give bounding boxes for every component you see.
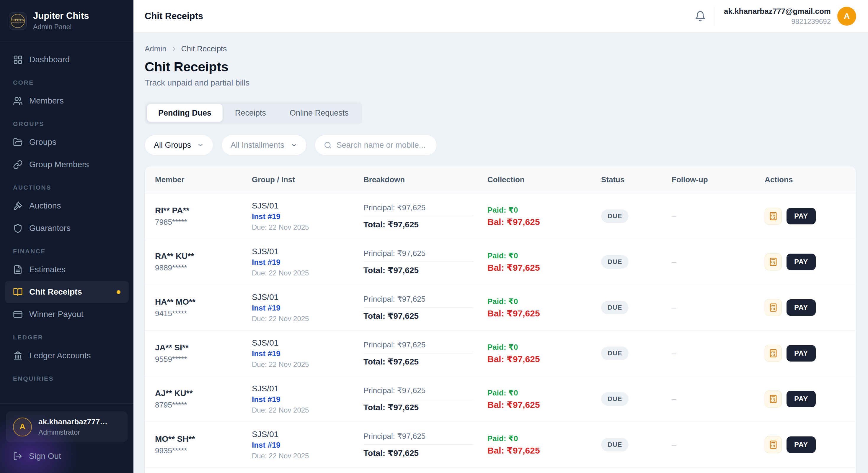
pay-button[interactable]: PAY [786,436,816,453]
balance-amount: Bal: ₹97,625 [488,354,601,364]
account-info: ak.khanarbaz777@gmail.com 9821239692 [724,7,831,26]
tab-pending-dues[interactable]: Pending Dues [147,104,223,122]
installment-link[interactable]: Inst #19 [252,258,364,267]
tab-receipts[interactable]: Receipts [224,104,277,122]
user-card[interactable]: A ak.khanarbaz777@g... Administrator [6,411,128,442]
member-name: RI** PA** [155,206,252,215]
status-cell: DUE [601,438,672,451]
search-input[interactable] [337,141,428,150]
nav-section-label-auctions: AUCTIONS [13,184,120,191]
installment-link[interactable]: Inst #19 [252,349,364,358]
chevron-down-icon [197,141,204,148]
collection-cell: Paid: ₹0Bal: ₹97,625 [488,206,601,227]
sidebar-item-members[interactable]: Members [5,90,129,112]
notifications-button[interactable] [695,11,706,22]
paid-amount: Paid: ₹0 [488,343,601,352]
paid-amount: Paid: ₹0 [488,206,601,215]
actions-cell: PAY [765,299,846,316]
sidebar-item-winner-payout[interactable]: Winner Payout [5,303,129,326]
sidebar-item-group-members[interactable]: Group Members [5,153,129,176]
installment-link[interactable]: Inst #19 [252,303,364,312]
pay-button[interactable]: PAY [786,254,816,270]
sidebar-item-groups[interactable]: Groups [5,131,129,153]
group-code: SJS/01 [252,201,364,210]
pay-button[interactable]: PAY [786,299,816,316]
actions-cell: PAY [765,253,846,270]
receipt-button[interactable] [765,391,782,408]
sidebar-item-label: Winner Payout [29,310,84,319]
topbar-divider [715,6,715,26]
column-header-group-inst: Group / Inst [252,175,364,184]
account-phone: 9821239692 [724,18,831,26]
status-badge: DUE [601,301,628,314]
installment-link[interactable]: Inst #19 [252,441,364,450]
status-cell: DUE [601,346,672,360]
account-email: ak.khanarbaz777@gmail.com [724,7,831,16]
group-code: SJS/01 [252,430,364,439]
sidebar-item-ledger-accounts[interactable]: Ledger Accounts [5,344,129,367]
principal-amount: Principal: ₹97,625 [364,295,473,308]
status-cell: DUE [601,255,672,269]
sidebar-item-auctions[interactable]: Auctions [5,195,129,217]
actions-cell: PAY [765,391,846,408]
table-body: RI** PA**7985*****SJS/01Inst #19Due: 22 … [145,194,856,468]
receipt-button[interactable] [765,253,782,270]
due-date: Due: 22 Nov 2025 [252,360,364,369]
sidebar-item-dashboard[interactable]: Dashboard [5,48,129,71]
group-filter-dropdown[interactable]: All Groups [145,135,213,156]
breakdown-cell: Principal: ₹97,625Total: ₹97,625 [364,340,488,367]
member-phone: 7985***** [155,217,252,227]
actions-cell: PAY [765,345,846,362]
sidebar-item-chit-receipts[interactable]: Chit Receipts [5,281,129,303]
account-avatar[interactable]: A [837,7,856,26]
installment-link[interactable]: Inst #19 [252,212,364,221]
main-area: Chit Receipts ak.khanarbaz777@gmail.com … [133,0,868,473]
group-code: SJS/01 [252,247,364,256]
chevron-down-icon [290,141,297,148]
receipt-button[interactable] [765,436,782,453]
receipt-button[interactable] [765,345,782,362]
pay-button[interactable]: PAY [786,345,816,362]
followup-cell: – [672,257,765,267]
breadcrumb-item-admin[interactable]: Admin [145,44,166,54]
collection-cell: Paid: ₹0Bal: ₹97,625 [488,343,601,364]
tab-online-requests[interactable]: Online Requests [278,104,360,122]
installment-link[interactable]: Inst #19 [252,395,364,404]
total-amount: Total: ₹97,625 [364,311,488,321]
principal-amount: Principal: ₹97,625 [364,386,473,399]
total-amount: Total: ₹97,625 [364,220,488,229]
sidebar-item-estimates[interactable]: Estimates [5,258,129,281]
sidebar-item-label: Groups [29,137,56,147]
followup-cell: – [672,440,765,449]
brand-title: Jupiter Chits [33,11,89,21]
breadcrumb-item-chit-receipts[interactable]: Chit Receipts [181,44,227,54]
receipt-button[interactable] [765,208,782,225]
shield-icon [13,224,23,233]
member-cell: JA** SI**9559***** [155,343,252,364]
chevron-right-icon [170,46,177,52]
sidebar-footer: A ak.khanarbaz777@g... Administrator Sig… [0,403,133,473]
receipt-button[interactable] [765,299,782,316]
due-date: Due: 22 Nov 2025 [252,315,364,323]
balance-amount: Bal: ₹97,625 [488,400,601,410]
group-cell: SJS/01Inst #19Due: 22 Nov 2025 [252,338,364,369]
pay-button[interactable]: PAY [786,208,816,225]
member-name: RA** KU** [155,251,252,261]
sidebar-item-guarantors[interactable]: Guarantors [5,217,129,239]
due-date: Due: 22 Nov 2025 [252,269,364,277]
topbar-title: Chit Receipts [145,11,203,22]
member-cell: HA** MO**9415***** [155,297,252,318]
status-badge: DUE [601,438,628,451]
column-header-actions: Actions [765,175,846,184]
principal-amount: Principal: ₹97,625 [364,340,473,353]
sidebar-nav: DashboardCOREMembersGROUPSGroupsGroup Me… [0,42,133,403]
logo-subword: FRATERNITY FUND [11,22,24,23]
sign-out-button[interactable]: Sign Out [6,445,128,467]
page-subtitle: Track unpaid and partial bills [145,78,856,88]
calculator-icon [769,212,778,221]
group-cell: SJS/01Inst #19Due: 22 Nov 2025 [252,384,364,414]
pay-button[interactable]: PAY [786,391,816,407]
table-filler [145,468,856,473]
installment-filter-dropdown[interactable]: All Installments [221,135,306,156]
topbar: Chit Receipts ak.khanarbaz777@gmail.com … [133,0,868,32]
